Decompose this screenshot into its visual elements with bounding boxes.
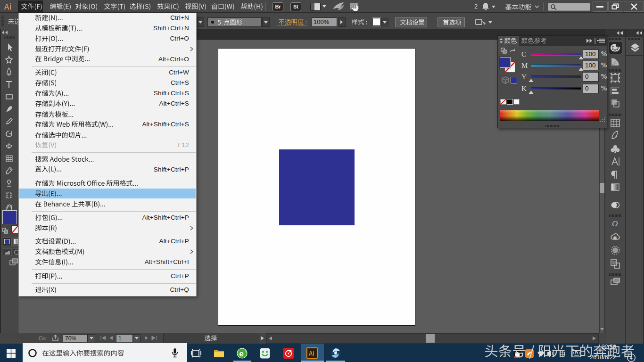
svg-text:Gs: Gs [39,335,46,341]
svg-text:O: O [612,219,618,228]
svg-text:e: e [239,349,243,358]
